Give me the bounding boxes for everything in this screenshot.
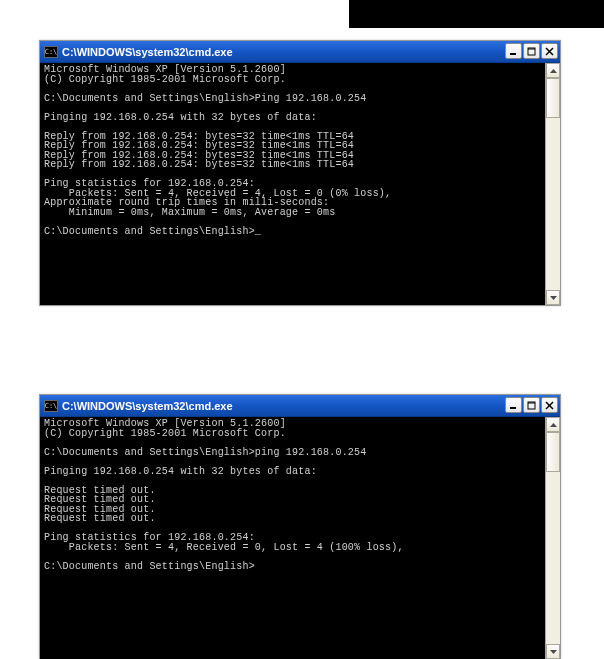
svg-marker-12	[550, 423, 557, 427]
scroll-thumb[interactable]	[546, 432, 560, 472]
close-button[interactable]	[541, 397, 558, 413]
window-title: C:\WINDOWS\system32\cmd.exe	[62, 46, 233, 58]
maximize-button[interactable]	[523, 397, 540, 413]
window-controls	[505, 43, 558, 59]
cmd-icon: C:\	[44, 400, 58, 412]
titlebar[interactable]: C:\ C:\WINDOWS\system32\cmd.exe	[40, 41, 560, 63]
vertical-scrollbar[interactable]	[545, 63, 560, 305]
decorative-black-bar	[349, 0, 604, 28]
close-button[interactable]	[541, 43, 558, 59]
minimize-button[interactable]	[505, 43, 522, 59]
scroll-up-button[interactable]	[546, 417, 560, 432]
scroll-thumb[interactable]	[546, 78, 560, 118]
scroll-down-button[interactable]	[546, 290, 560, 305]
cmd-window-timeout: C:\ C:\WINDOWS\system32\cmd.exe Microsof…	[39, 394, 561, 659]
minimize-button[interactable]	[505, 397, 522, 413]
svg-marker-6	[550, 296, 557, 300]
terminal-area: Microsoft Windows XP [Version 5.1.2600] …	[40, 63, 560, 305]
terminal-area: Microsoft Windows XP [Version 5.1.2600] …	[40, 417, 560, 659]
terminal-output[interactable]: Microsoft Windows XP [Version 5.1.2600] …	[40, 417, 545, 659]
svg-marker-13	[550, 650, 557, 654]
scroll-track[interactable]	[546, 78, 560, 290]
maximize-button[interactable]	[523, 43, 540, 59]
window-title: C:\WINDOWS\system32\cmd.exe	[62, 400, 233, 412]
cmd-window-success: C:\ C:\WINDOWS\system32\cmd.exe Microsof…	[39, 40, 561, 306]
vertical-scrollbar[interactable]	[545, 417, 560, 659]
scroll-up-button[interactable]	[546, 63, 560, 78]
scroll-track[interactable]	[546, 432, 560, 644]
window-controls	[505, 397, 558, 413]
cmd-icon: C:\	[44, 46, 58, 58]
titlebar[interactable]: C:\ C:\WINDOWS\system32\cmd.exe	[40, 395, 560, 417]
terminal-output[interactable]: Microsoft Windows XP [Version 5.1.2600] …	[40, 63, 545, 305]
scroll-down-button[interactable]	[546, 644, 560, 659]
svg-marker-5	[550, 69, 557, 73]
